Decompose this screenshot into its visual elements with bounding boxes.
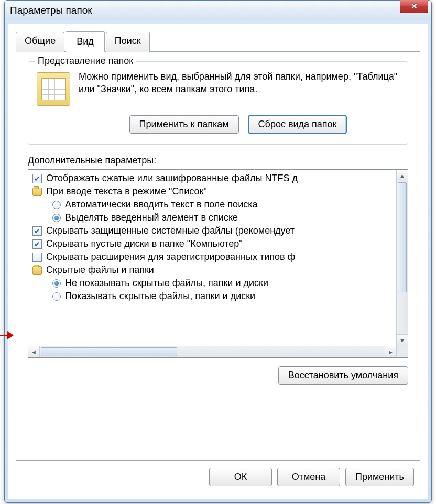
tab-strip: Общие Вид Поиск: [16, 31, 420, 51]
advanced-settings-list: ✔Отображать сжатые или зашифрованные фай…: [28, 169, 408, 358]
list-item[interactable]: ✔Скрывать защищенные системные файлы (ре…: [29, 224, 407, 237]
radio-icon[interactable]: [52, 279, 61, 288]
list-item-label: Показывать скрытые файлы, папки и диски: [65, 291, 255, 302]
list-item-label: Скрытые файлы и папки: [46, 265, 154, 276]
close-button[interactable]: ✕: [400, 0, 428, 13]
apply-label: Применить: [355, 472, 404, 482]
list-item[interactable]: Не показывать скрытые файлы, папки и дис…: [29, 277, 407, 290]
list-item-label: Автоматически вводить текст в поле поиск…: [65, 199, 257, 210]
folder-icon: [32, 266, 42, 275]
close-icon: ✕: [411, 2, 418, 11]
titlebar: Параметры папок ✕: [5, 1, 431, 20]
tab-search[interactable]: Поиск: [106, 32, 150, 52]
list-item[interactable]: Скрытые файлы и папки: [29, 264, 407, 277]
folder-icon: [32, 188, 42, 196]
vertical-scrollbar[interactable]: ▲ ▼: [396, 170, 408, 346]
h-thumb[interactable]: [41, 347, 177, 356]
restore-defaults-button[interactable]: Восстановить умолчания: [278, 366, 408, 385]
list-item[interactable]: ✔Отображать сжатые или зашифрованные фай…: [29, 172, 407, 185]
list-inner: ✔Отображать сжатые или зашифрованные фай…: [28, 170, 408, 357]
dialog-button-bar: ОК Отмена Применить: [16, 461, 420, 491]
radio-icon[interactable]: [52, 292, 61, 301]
list-item-label: Скрывать расширения для зарегистрированн…: [46, 251, 295, 262]
list-item[interactable]: Выделять введенный элемент в списке: [29, 211, 407, 224]
list-item-label: Не показывать скрытые файлы, папки и дис…: [65, 278, 268, 289]
list-item[interactable]: При вводе текста в режиме "Список": [29, 185, 407, 198]
scroll-down-icon[interactable]: ▼: [397, 334, 408, 346]
list-item-label: Скрывать пустые диски в папке "Компьютер…: [46, 238, 243, 249]
folder-icon: [37, 72, 70, 106]
v-thumb[interactable]: [398, 182, 407, 292]
radio-icon[interactable]: [52, 214, 61, 222]
list-item-label: Выделять введенный элемент в списке: [65, 212, 238, 223]
ok-label: ОК: [234, 472, 247, 482]
checkbox-icon[interactable]: ✔: [32, 174, 42, 183]
scroll-corner: [396, 346, 408, 357]
window-title: Параметры папок: [10, 5, 92, 16]
list-item[interactable]: Скрывать расширения для зарегистрированн…: [29, 250, 407, 264]
checkbox-icon[interactable]: ✔: [32, 239, 42, 249]
apply-button[interactable]: Применить: [345, 468, 414, 486]
list-item[interactable]: Показывать скрытые файлы, папки и диски: [29, 290, 407, 303]
v-track[interactable]: [397, 181, 408, 334]
horizontal-scrollbar[interactable]: ◄ ►: [28, 346, 396, 357]
reset-folders-label: Сброс вида папок: [258, 119, 337, 129]
reset-folders-button[interactable]: Сброс вида папок: [248, 115, 347, 134]
tab-general[interactable]: Общие: [16, 32, 64, 52]
scroll-right-icon[interactable]: ►: [385, 346, 396, 357]
tab-panel-view: Представление папок Можно применить вид,…: [16, 51, 420, 461]
list-item[interactable]: ✔Скрывать пустые диски в папке "Компьюте…: [29, 237, 407, 250]
scroll-up-icon[interactable]: ▲: [397, 170, 408, 181]
apply-to-folders-label: Применить к папкам: [139, 119, 229, 129]
annotation-arrow-icon: [0, 330, 15, 341]
cancel-label: Отмена: [292, 472, 326, 482]
list-item-label: При вводе текста в режиме "Список": [46, 186, 207, 197]
checkbox-icon[interactable]: ✔: [32, 226, 42, 236]
list-item-label: Отображать сжатые или зашифрованные файл…: [46, 173, 298, 184]
cancel-button[interactable]: Отмена: [277, 468, 340, 486]
client-area: Общие Вид Поиск Представление папок Можн…: [8, 24, 428, 499]
checkbox-icon[interactable]: [32, 253, 42, 262]
list-item-label: Скрывать защищенные системные файлы (рек…: [46, 225, 295, 236]
advanced-label: Дополнительные параметры:: [28, 155, 408, 166]
restore-defaults-label: Восстановить умолчания: [288, 370, 398, 380]
radio-icon[interactable]: [52, 201, 61, 209]
tab-view[interactable]: Вид: [66, 31, 105, 52]
scroll-left-icon[interactable]: ◄: [28, 346, 40, 357]
folder-views-group: Представление папок Можно применить вид,…: [28, 61, 408, 145]
dialog-window: Параметры папок ✕ Общие Вид Поиск Предст…: [4, 0, 432, 503]
list-item[interactable]: Автоматически вводить текст в поле поиск…: [29, 198, 407, 211]
h-track[interactable]: [40, 346, 385, 357]
apply-to-folders-button[interactable]: Применить к папкам: [129, 115, 239, 134]
ok-button[interactable]: ОК: [209, 468, 272, 486]
folder-views-legend: Представление папок: [35, 56, 136, 67]
folder-views-description: Можно применить вид, выбранный для этой …: [79, 70, 399, 106]
